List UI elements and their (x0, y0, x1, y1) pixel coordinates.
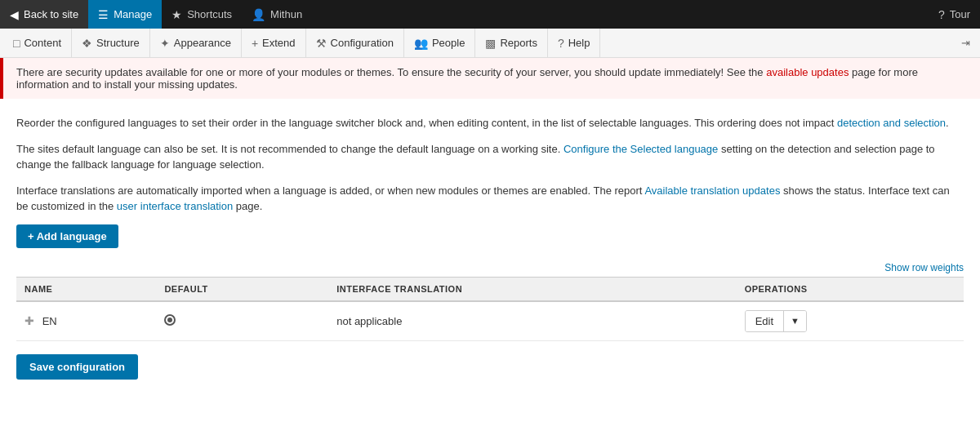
available-translation-updates-link[interactable]: Available translation updates (644, 184, 780, 197)
available-updates-link[interactable]: available updates (766, 66, 849, 78)
edit-button[interactable]: Edit (746, 311, 784, 331)
nav-structure-label: Structure (96, 37, 140, 49)
reports-icon: ▩ (485, 37, 496, 50)
show-row-weights-link[interactable]: Show row weights (884, 262, 964, 273)
add-language-button[interactable]: + Add language (16, 224, 118, 248)
nav-appearance[interactable]: ✦ Appearance (150, 29, 242, 57)
manage-menu-item[interactable]: ☰ Manage (88, 0, 162, 29)
lang-name: EN (42, 315, 57, 327)
desc1-text: Reorder the configured languages to set … (16, 117, 837, 129)
table-header-row: NAME DEFAULT INTERFACE TRANSLATION OPERA… (16, 277, 964, 301)
drag-handle-icon[interactable]: ✚ (24, 314, 34, 327)
config-icon: ⚒ (316, 37, 327, 50)
detection-selection-link[interactable]: detection and selection (837, 117, 946, 129)
back-label: Back to site (24, 8, 78, 20)
dropdown-button[interactable]: ▼ (784, 311, 806, 331)
default-radio[interactable] (164, 314, 176, 326)
nav-content-label: Content (24, 37, 61, 49)
user-label: Mithun (270, 8, 302, 20)
description-para-1: Reorder the configured languages to set … (16, 115, 964, 131)
nav-collapse-button[interactable]: ⇥ (955, 37, 977, 49)
nav-structure[interactable]: ❖ Structure (72, 29, 150, 57)
table-actions: Show row weights (16, 261, 964, 273)
people-icon: 👥 (414, 37, 428, 50)
description-para-2: The sites default language can also be s… (16, 141, 964, 173)
help-icon: ? (558, 37, 564, 50)
col-operations: OPERATIONS (737, 277, 964, 301)
desc2-text: The sites default language can also be s… (16, 143, 564, 155)
nav-configuration[interactable]: ⚒ Configuration (306, 29, 404, 57)
nav-help-label: Help (568, 37, 590, 49)
security-alert: There are security updates available for… (0, 58, 980, 99)
lang-operations-cell: Edit ▼ (737, 301, 964, 341)
configure-selected-language-link[interactable]: Configure the Selected language (564, 143, 718, 155)
user-icon: 👤 (252, 8, 265, 21)
tour-menu-item[interactable]: ? Tour (929, 0, 980, 29)
user-interface-translation-link[interactable]: user interface translation (117, 200, 233, 212)
nav-reports[interactable]: ▩ Reports (475, 29, 548, 57)
lang-name-cell: ✚ EN (16, 301, 156, 341)
nav-reports-label: Reports (500, 37, 537, 49)
secondary-nav: □ Content ❖ Structure ✦ Appearance + Ext… (0, 29, 980, 58)
table-row: ✚ EN not applicable Edit ▼ (16, 301, 964, 341)
back-icon: ◀ (10, 8, 19, 21)
question-icon: ? (938, 8, 945, 21)
col-default: DEFAULT (156, 277, 328, 301)
nav-configuration-label: Configuration (331, 37, 394, 49)
operations-btn-group: Edit ▼ (745, 310, 807, 332)
desc3-end: page. (233, 200, 262, 212)
alert-text1: There are security updates available for… (16, 66, 766, 78)
save-configuration-button[interactable]: Save configuration (16, 354, 138, 380)
col-interface-translation: INTERFACE TRANSLATION (328, 277, 736, 301)
user-menu-item[interactable]: 👤 Mithun (242, 0, 312, 29)
nav-content[interactable]: □ Content (3, 29, 72, 57)
description-para-3: Interface translations are automatically… (16, 183, 964, 215)
structure-icon: ❖ (82, 37, 92, 50)
admin-bar: ◀ Back to site ☰ Manage ★ Shortcuts 👤 Mi… (0, 0, 980, 29)
nav-people[interactable]: 👥 People (404, 29, 475, 57)
appearance-icon: ✦ (160, 37, 170, 50)
col-name: NAME (16, 277, 156, 301)
manage-label: Manage (114, 8, 152, 20)
languages-table: NAME DEFAULT INTERFACE TRANSLATION OPERA… (16, 277, 964, 341)
shortcuts-label: Shortcuts (187, 8, 232, 20)
nav-help[interactable]: ? Help (548, 29, 601, 57)
lang-translation-cell: not applicable (328, 301, 736, 341)
desc1-end: . (946, 117, 949, 129)
back-to-site-link[interactable]: ◀ Back to site (0, 0, 88, 29)
extend-icon: + (252, 37, 258, 50)
lang-default-cell (156, 301, 328, 341)
star-icon: ★ (172, 8, 182, 21)
nav-appearance-label: Appearance (174, 37, 231, 49)
shortcuts-menu-item[interactable]: ★ Shortcuts (162, 0, 242, 29)
content-icon: □ (13, 37, 20, 50)
tour-label: Tour (950, 8, 970, 20)
nav-extend-label: Extend (262, 37, 295, 49)
desc3-text: Interface translations are automatically… (16, 184, 644, 197)
nav-extend[interactable]: + Extend (242, 29, 306, 57)
lang-translation-value: not applicable (336, 315, 402, 327)
main-content: Reorder the configured languages to set … (0, 99, 980, 396)
nav-people-label: People (432, 37, 465, 49)
hamburger-icon: ☰ (98, 8, 109, 21)
